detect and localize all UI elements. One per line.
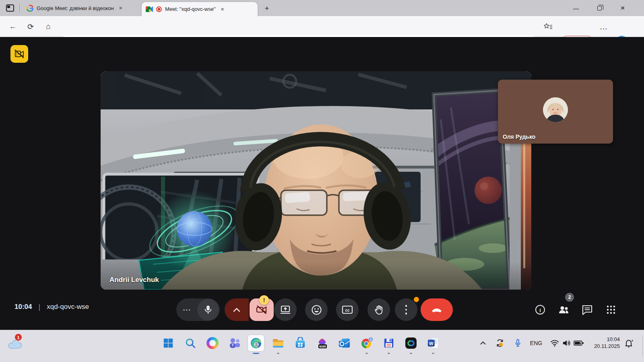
- restore-icon: [597, 6, 602, 10]
- people-count-badge: 2: [565, 293, 574, 302]
- tray-mic-in-use-icon[interactable]: [512, 337, 523, 349]
- chevron-up-icon: [232, 307, 241, 313]
- tab-close-icon[interactable]: ×: [117, 4, 124, 12]
- chevron-up-icon: [480, 341, 486, 345]
- taskbar-start-button[interactable]: [160, 335, 176, 351]
- google-favicon: [27, 5, 33, 12]
- taskbar-webex-button[interactable]: [403, 335, 419, 351]
- browser-tab-bar: Google Meet: дзвінки й відеокон × Meet: …: [0, 0, 644, 16]
- raise-hand-icon: [374, 304, 384, 315]
- window-close-button[interactable]: ×: [613, 0, 632, 16]
- floppy-disk-icon: [383, 337, 395, 349]
- file-explorer-icon: [272, 337, 285, 349]
- window-restore-button[interactable]: [590, 0, 609, 16]
- mic-icon: [203, 304, 213, 315]
- svg-text:i: i: [539, 307, 541, 313]
- activities-button[interactable]: [602, 301, 620, 319]
- meeting-details-button[interactable]: i: [531, 301, 549, 319]
- mic-options-button[interactable]: ⋯: [177, 305, 197, 315]
- tab-close-icon[interactable]: ×: [219, 6, 226, 13]
- kebab-icon: [405, 305, 407, 307]
- language-label: ENG: [530, 340, 542, 346]
- tab-google-meet-home[interactable]: Google Meet: дзвінки й відеокон ×: [23, 0, 139, 16]
- tray-sync-icon[interactable]: [494, 337, 506, 349]
- browser-menu-icon[interactable]: …: [597, 19, 611, 34]
- tray-clock[interactable]: 10:04 20.11.2025: [580, 336, 620, 350]
- people-button[interactable]: [555, 301, 572, 319]
- mic-button[interactable]: [197, 299, 219, 321]
- meeting-clock: 10:04: [14, 303, 32, 311]
- chat-icon: [582, 305, 592, 315]
- main-video-tile[interactable]: Andrii Levchuk: [101, 71, 531, 290]
- meet-favicon: [146, 6, 153, 12]
- tab-meet-call[interactable]: Meet: "xqd-qovc-wse" ×: [142, 2, 258, 16]
- apps-grid-icon: [606, 305, 616, 315]
- divider: |: [38, 303, 40, 311]
- tab-title: Meet: "xqd-qovc-wse": [165, 6, 216, 12]
- running-indicator-word: [432, 353, 434, 354]
- edge-icon: [250, 337, 262, 350]
- tray-hidden-icons-button[interactable]: [477, 337, 489, 349]
- running-indicator-chrome: [365, 353, 368, 354]
- running-indicator-explorer: [277, 353, 279, 354]
- present-button[interactable]: [274, 298, 297, 321]
- info-icon: i: [535, 304, 545, 315]
- taskbar-edge-button[interactable]: [248, 335, 264, 351]
- word-icon: W: [427, 337, 440, 349]
- taskbar-store-button[interactable]: [292, 335, 308, 351]
- more-options-button[interactable]: [395, 298, 417, 321]
- svg-text:z: z: [632, 339, 633, 342]
- chrome-icon: [360, 337, 373, 350]
- favorites-bar-icon[interactable]: [541, 19, 555, 34]
- reactions-button[interactable]: [305, 298, 328, 321]
- refresh-button[interactable]: ⟳: [23, 19, 38, 34]
- taskbar-save-app-button[interactable]: [381, 335, 397, 351]
- meet-page: Andrii Levchuk Оля Рудько 10:04 | x: [0, 37, 644, 330]
- recording-icon: [156, 6, 162, 12]
- svg-text:M365: M365: [319, 345, 326, 348]
- camera-options-button[interactable]: [225, 298, 249, 321]
- home-button[interactable]: ⌂: [41, 19, 56, 34]
- running-indicator-webex: [410, 353, 412, 354]
- screen: Google Meet: дзвінки й відеокон × Meet: …: [0, 0, 644, 362]
- taskbar-m365-button[interactable]: M365: [314, 335, 330, 351]
- webex-icon: [405, 337, 417, 350]
- notification-dot: [414, 297, 419, 302]
- tray-volume-icon[interactable]: [561, 337, 572, 349]
- tray-time: 10:04: [580, 336, 620, 343]
- tray-language-switcher[interactable]: ENG: [528, 337, 544, 349]
- taskbar-teams-button[interactable]: T: [227, 335, 243, 351]
- end-call-button[interactable]: [421, 298, 453, 321]
- camera-off-icon: [256, 304, 267, 315]
- raise-hand-button[interactable]: [367, 298, 390, 321]
- running-indicator-save-app: [388, 353, 390, 354]
- chat-button[interactable]: [578, 301, 596, 319]
- back-button[interactable]: ←: [6, 19, 20, 34]
- svg-text:cc: cc: [345, 308, 350, 313]
- pip-video-tile[interactable]: Оля Рудько: [498, 80, 613, 144]
- main-video-scene: [101, 71, 531, 290]
- people-icon: [558, 305, 569, 315]
- captions-button[interactable]: cc: [336, 298, 359, 321]
- outlook-icon: [338, 337, 351, 349]
- taskbar-explorer-button[interactable]: [270, 335, 286, 351]
- taskbar-search-button[interactable]: [182, 335, 198, 351]
- tab-actions-icon[interactable]: [4, 3, 16, 13]
- divider: [19, 4, 20, 12]
- tray-wifi-icon[interactable]: [549, 337, 560, 349]
- taskbar-outlook-button[interactable]: [336, 335, 353, 351]
- taskbar-copilot-button[interactable]: [204, 335, 221, 351]
- taskbar-chrome-button[interactable]: [359, 335, 375, 351]
- tray-notifications-bell[interactable]: z: [623, 337, 634, 349]
- video-off-extension-badge[interactable]: [10, 45, 28, 63]
- taskbar-word-button[interactable]: W: [425, 335, 441, 351]
- camera-alert-badge: !: [259, 295, 269, 305]
- taskbar: 1 T: [0, 330, 644, 362]
- window-minimize-button[interactable]: —: [567, 0, 585, 16]
- svg-text:W: W: [429, 341, 433, 346]
- meeting-info: 10:04 | xqd-qovc-wse: [14, 300, 89, 314]
- participant-name-label: Andrii Levchuk: [109, 276, 159, 284]
- show-desktop-button[interactable]: [642, 335, 644, 356]
- new-tab-button[interactable]: +: [262, 3, 272, 14]
- copilot-icon: [206, 337, 219, 349]
